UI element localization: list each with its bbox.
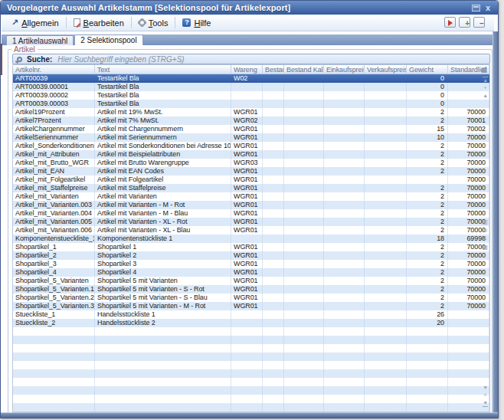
cell-einkaufspreis bbox=[324, 133, 365, 142]
table-row[interactable] bbox=[13, 336, 489, 344]
table-row[interactable]: Artikel_mit_VariantenArtikel mit Variant… bbox=[13, 192, 489, 201]
table-row[interactable] bbox=[13, 403, 489, 412]
cell-artikelnr bbox=[13, 386, 95, 395]
table-row[interactable] bbox=[13, 378, 489, 386]
close-icon[interactable]: x bbox=[486, 4, 490, 12]
search-input[interactable]: Suche: Hier Suchbegriff eingeben (STRG+S… bbox=[12, 54, 490, 64]
scroll-to-top-icon[interactable]: ▲ bbox=[483, 77, 488, 84]
table-row[interactable]: Shopartikel_3Shopartikel 3WGR01270000 bbox=[13, 260, 489, 268]
table-row[interactable] bbox=[13, 353, 489, 361]
column-header-einkaufspreis[interactable]: Einkaufspreis bbox=[324, 65, 365, 74]
scroll-down-icon[interactable]: ▼ bbox=[483, 385, 488, 391]
column-header-verkaufspreis[interactable]: Verkaufspreis bbox=[365, 65, 407, 74]
table-row[interactable]: Artikel7ProzentArtikel mit 7% MwSt.WGR02… bbox=[13, 116, 489, 125]
tab-artikelauswahl[interactable]: 1 Artikelauswahl bbox=[6, 35, 74, 45]
table-row[interactable]: ART00039.00001Testartikel Bla0 bbox=[13, 83, 489, 91]
cell-einkaufspreis bbox=[324, 125, 365, 133]
table-row[interactable]: ArtikelSeriennummerArtikel mit Seriennum… bbox=[13, 133, 489, 142]
column-header-text[interactable]: Text bbox=[95, 65, 231, 74]
table-row[interactable]: Shopartikel_5_Varianten.2Shopartikel 5 m… bbox=[13, 294, 489, 302]
red-minus-window-icon[interactable]: − bbox=[473, 17, 485, 28]
table-row[interactable]: Artikel_mit_Varianten.003Artikel mit Var… bbox=[13, 201, 489, 209]
list-icon[interactable]: ≡ bbox=[483, 235, 487, 242]
table-row[interactable]: Shopartikel_5_Varianten.1Shopartikel 5 m… bbox=[13, 285, 489, 294]
cell-verkaufspreis bbox=[365, 361, 407, 369]
table-row[interactable]: Artikel_mit_EANArtikel mit EAN CodesWGR0… bbox=[13, 167, 489, 176]
cell-standardlieferant bbox=[448, 100, 489, 108]
table-row[interactable] bbox=[13, 386, 489, 395]
column-chooser-icon[interactable]: ▦ bbox=[480, 66, 488, 74]
cell-standardlieferant: 70001 bbox=[448, 116, 489, 125]
table-row[interactable]: Shopartikel_5_Varianten.3Shopartikel 5 m… bbox=[13, 302, 489, 310]
scroll-plus-icon[interactable]: + bbox=[484, 392, 487, 399]
window-right-border bbox=[493, 31, 498, 415]
table-row[interactable]: Shopartikel_5_VariantenShopartikel 5 mit… bbox=[13, 277, 489, 285]
cell-text: Testartikel Bla bbox=[95, 91, 231, 100]
cell-bestand-kalk bbox=[284, 302, 324, 310]
cell-artikelnr: Stueckliste_1 bbox=[13, 310, 95, 319]
cell-artikelnr: Artikel_mit_Varianten.006 bbox=[13, 226, 95, 235]
maximize-icon[interactable] bbox=[472, 5, 480, 11]
menu-item-tools[interactable]: Tools bbox=[135, 17, 172, 29]
table-row[interactable]: Stueckliste_1Handelsstückliste 126 bbox=[13, 310, 489, 319]
tab-selektionspool[interactable]: 2 Selektionspool bbox=[74, 34, 142, 45]
titlebar[interactable]: Vorgelagerte Auswahl Artikelstamm [Selek… bbox=[1, 1, 498, 15]
scroll-up-icon[interactable]: ▲ bbox=[483, 93, 488, 99]
menu-item-hilfe[interactable]: ? Hilfe bbox=[178, 17, 214, 29]
cell-einkaufspreis bbox=[324, 116, 365, 125]
table-row[interactable]: Artikel_mit_Varianten.004Artikel mit Var… bbox=[13, 209, 489, 218]
cell-text bbox=[95, 395, 231, 403]
cell-gewicht bbox=[407, 403, 448, 412]
table-row[interactable] bbox=[13, 327, 489, 336]
cell-verkaufspreis bbox=[365, 74, 407, 83]
table-row[interactable]: Stueckliste_2Handelsstückliste 220 bbox=[13, 319, 489, 327]
table-row[interactable] bbox=[13, 361, 489, 369]
cell-artikelnr: Artikel_mit_Varianten bbox=[13, 192, 95, 201]
table-row[interactable]: Komponentenstueckliste_1Komponentenstück… bbox=[13, 235, 489, 243]
table-row[interactable]: ArtikelChargennummerArtikel mit Chargenn… bbox=[13, 125, 489, 133]
column-header-bestand-kalk[interactable]: Bestand Kalk. bbox=[284, 65, 324, 74]
scroll-plus-icon[interactable]: + bbox=[484, 85, 487, 91]
cell-bestand bbox=[263, 277, 284, 285]
table-row[interactable]: ART00039.00003Testartikel Bla0 bbox=[13, 100, 489, 108]
table-row[interactable] bbox=[13, 395, 489, 403]
scroll-to-bottom-icon[interactable]: ▼ bbox=[483, 400, 488, 407]
columns-config-icon[interactable]: ▥ bbox=[483, 218, 488, 225]
column-header-artikelnr[interactable]: Artikelnr. bbox=[13, 65, 95, 74]
table-row[interactable]: Artikel_SonderkonditionenArtikel mit Son… bbox=[13, 142, 489, 150]
column-header-bestand[interactable]: Bestand bbox=[263, 65, 284, 74]
table-row[interactable] bbox=[13, 369, 489, 378]
table-row[interactable]: ART00039.00002Testartikel Bla0 bbox=[13, 91, 489, 100]
table-row[interactable]: Artikel_mit_StaffelpreiseArtikel mit Sta… bbox=[13, 184, 489, 192]
table-row[interactable]: Shopartikel_2Shopartikel 2WGR01270000 bbox=[13, 251, 489, 260]
cell-einkaufspreis bbox=[324, 319, 365, 327]
column-header-warengruppe[interactable]: Wareng bbox=[231, 65, 263, 74]
cell-gewicht: 2 bbox=[407, 302, 448, 310]
column-header-gewicht[interactable]: Gewicht bbox=[407, 65, 448, 74]
grid-icon[interactable]: ▦ bbox=[483, 244, 488, 251]
cell-text: Artikel mit Staffelpreise bbox=[95, 184, 231, 192]
table-row[interactable]: Artikel_mit_AttributenArtikel mit Beispi… bbox=[13, 150, 489, 159]
tab-band: 1 Artikelauswahl 2 Selektionspool bbox=[2, 34, 494, 45]
table-row[interactable]: Artikel_mit_Brutto_WGRArtikel mit Brutto… bbox=[13, 159, 489, 167]
red-arrow-window-icon[interactable] bbox=[444, 17, 456, 28]
table-row[interactable]: Artikel_mit_FolgeartikelArtikel mit Folg… bbox=[13, 176, 489, 184]
table-row[interactable]: ART00039Testartikel BlaW020 bbox=[13, 74, 489, 83]
table-row[interactable]: Shopartikel_4Shopartikel 4WGR01270000 bbox=[13, 268, 489, 277]
cell-verkaufspreis bbox=[365, 378, 407, 386]
cell-artikelnr: ArtikelChargennummer bbox=[13, 125, 95, 133]
table-row[interactable] bbox=[13, 344, 489, 353]
green-plus-window-icon[interactable]: + bbox=[459, 17, 470, 28]
table-row[interactable]: Shopartikel_1Shopartikel 1WGR01270000 bbox=[13, 243, 489, 251]
cell-bestand bbox=[263, 74, 284, 83]
menu-item-allgemein[interactable]: ↗ Allgemein bbox=[8, 17, 63, 29]
cell-gewicht: 2 bbox=[407, 192, 448, 201]
table-row[interactable]: Artikel19ProzentArtikel mit 19% MwSt.WGR… bbox=[13, 108, 489, 116]
table-row[interactable]: Artikel_mit_Varianten.005Artikel mit Var… bbox=[13, 218, 489, 226]
cell-bestand-kalk bbox=[284, 159, 324, 167]
cell-text: Artikel mit Brutto Warengruppe bbox=[95, 159, 231, 167]
menu-item-bearbeiten[interactable]: Bearbeiten bbox=[70, 17, 128, 29]
zoom-icon[interactable]: ⊙ bbox=[483, 227, 488, 234]
menubar: ↗ Allgemein Bearbeiten Tools ? Hilfe bbox=[2, 15, 494, 31]
table-row[interactable]: Artikel_mit_Varianten.006Artikel mit Var… bbox=[13, 226, 489, 235]
